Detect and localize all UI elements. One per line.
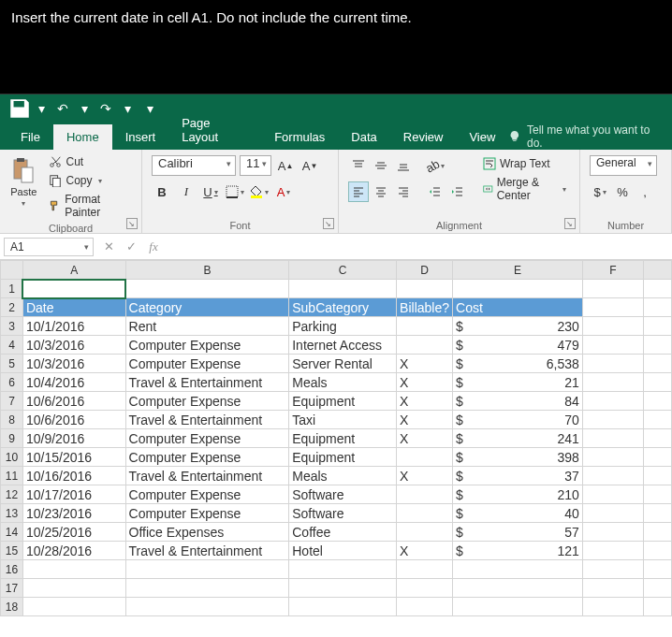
qat-more[interactable]: ▾ xyxy=(144,96,155,121)
cell-F12[interactable] xyxy=(582,485,643,504)
cell-D8[interactable]: X xyxy=(397,411,453,429)
redo-button[interactable]: ↷ xyxy=(94,96,118,121)
row-header-13[interactable]: 13 xyxy=(1,504,23,523)
cell-A8[interactable]: 10/6/2016 xyxy=(22,411,125,429)
cell-B5[interactable]: Computer Expense xyxy=(125,355,289,373)
tab-formulas[interactable]: Formulas xyxy=(261,124,338,150)
cell-D2[interactable]: Billable? xyxy=(397,298,453,317)
wrap-text-button[interactable]: Wrap Text xyxy=(479,155,570,172)
cancel-formula-button[interactable]: ✕ xyxy=(97,238,120,256)
row-header-11[interactable]: 11 xyxy=(1,467,23,485)
clipboard-launcher[interactable] xyxy=(126,218,138,229)
row-header-10[interactable]: 10 xyxy=(1,448,23,467)
row-header-6[interactable]: 6 xyxy=(1,373,23,392)
cell-B13[interactable]: Computer Expense xyxy=(125,504,289,523)
cell-F1[interactable] xyxy=(582,280,643,298)
italic-button[interactable]: I xyxy=(176,181,197,202)
increase-font-button[interactable]: A▲ xyxy=(275,155,296,176)
col-header-A[interactable]: A xyxy=(22,261,125,280)
col-header-E[interactable]: E xyxy=(453,261,583,280)
row-header-14[interactable]: 14 xyxy=(1,523,23,542)
cell-E5[interactable]: $6,538 xyxy=(453,355,583,373)
orientation-button[interactable]: ab xyxy=(425,155,446,176)
fill-color-button[interactable] xyxy=(249,181,270,202)
cell-F13[interactable] xyxy=(582,504,643,523)
name-box[interactable]: A1 xyxy=(4,238,94,256)
cell-B1[interactable] xyxy=(125,280,289,298)
tab-view[interactable]: View xyxy=(456,124,508,150)
align-left-button[interactable] xyxy=(348,181,369,202)
cell-C10[interactable]: Equipment xyxy=(289,448,397,467)
col-header-D[interactable]: D xyxy=(397,261,453,280)
redo-dropdown[interactable]: ▾ xyxy=(122,96,133,121)
cell-E15[interactable]: $121 xyxy=(453,542,583,560)
cell-C3[interactable]: Parking xyxy=(289,317,397,336)
cell-D1[interactable] xyxy=(397,280,453,298)
decrease-font-button[interactable]: A▼ xyxy=(299,155,320,176)
cell-A5[interactable]: 10/3/2016 xyxy=(22,355,125,373)
row-header-9[interactable]: 9 xyxy=(1,429,23,448)
cell-C5[interactable]: Server Rental xyxy=(289,355,397,373)
cell-B4[interactable]: Computer Expense xyxy=(125,336,289,355)
cell-A11[interactable]: 10/16/2016 xyxy=(22,467,125,485)
increase-indent-button[interactable] xyxy=(447,181,468,202)
tab-file[interactable]: File xyxy=(7,124,53,150)
cell-C11[interactable]: Meals xyxy=(289,467,397,485)
cell-F7[interactable] xyxy=(582,392,643,411)
worksheet-grid[interactable]: ABCDEF12DateCategorySubCategoryBillable?… xyxy=(0,260,672,616)
cell-A4[interactable]: 10/3/2016 xyxy=(22,336,125,355)
cell-B8[interactable]: Travel & Entertainment xyxy=(125,411,289,429)
cell-E11[interactable]: $37 xyxy=(453,467,583,485)
cell-F15[interactable] xyxy=(582,542,643,560)
row-header-2[interactable]: 2 xyxy=(1,298,23,317)
cell-E14[interactable]: $57 xyxy=(453,523,583,542)
cell-B3[interactable]: Rent xyxy=(125,317,289,336)
row-header-8[interactable]: 8 xyxy=(1,411,23,429)
cell-C1[interactable] xyxy=(289,280,397,298)
cell-F10[interactable] xyxy=(582,448,643,467)
row-header-15[interactable]: 15 xyxy=(1,542,23,560)
align-middle-button[interactable] xyxy=(371,155,391,176)
row-header-4[interactable]: 4 xyxy=(1,336,23,355)
tab-insert[interactable]: Insert xyxy=(112,124,169,150)
accounting-format-button[interactable]: $ xyxy=(590,181,610,202)
row-header-5[interactable]: 5 xyxy=(1,355,23,373)
number-format-select[interactable]: General xyxy=(590,155,657,176)
tab-review[interactable]: Review xyxy=(390,124,457,150)
cell-F4[interactable] xyxy=(582,336,643,355)
col-header-next[interactable] xyxy=(644,261,672,280)
enter-formula-button[interactable]: ✓ xyxy=(120,238,142,256)
cell-C12[interactable]: Software xyxy=(289,485,397,504)
cell-E3[interactable]: $230 xyxy=(453,317,583,336)
cell-B6[interactable]: Travel & Entertainment xyxy=(125,373,289,392)
borders-button[interactable] xyxy=(225,181,245,202)
row-header-16[interactable]: 16 xyxy=(1,560,23,579)
tab-data[interactable]: Data xyxy=(338,124,389,150)
percent-format-button[interactable]: % xyxy=(612,181,633,202)
cell-A14[interactable]: 10/25/2016 xyxy=(22,523,125,542)
cell-C9[interactable]: Equipment xyxy=(289,429,397,448)
cell-E7[interactable]: $84 xyxy=(453,392,583,411)
cell-E8[interactable]: $70 xyxy=(453,411,583,429)
cell-D10[interactable] xyxy=(397,448,453,467)
cell-C14[interactable]: Coffee xyxy=(289,523,397,542)
align-bottom-button[interactable] xyxy=(393,155,414,176)
col-header-C[interactable]: C xyxy=(289,261,397,280)
row-header-1[interactable]: 1 xyxy=(1,280,23,298)
cell-F9[interactable] xyxy=(582,429,643,448)
cell-A6[interactable]: 10/4/2016 xyxy=(22,373,125,392)
col-header-F[interactable]: F xyxy=(582,261,643,280)
comma-format-button[interactable]: , xyxy=(635,181,655,202)
undo-button[interactable]: ↶ xyxy=(51,96,75,121)
cell-B10[interactable]: Computer Expense xyxy=(125,448,289,467)
cell-D6[interactable]: X xyxy=(397,373,453,392)
cell-E2[interactable]: Cost xyxy=(453,298,583,317)
cell-C13[interactable]: Software xyxy=(289,504,397,523)
col-header-B[interactable]: B xyxy=(125,261,289,280)
cell-A3[interactable]: 10/1/2016 xyxy=(22,317,125,336)
font-name-select[interactable]: Calibri xyxy=(152,155,236,176)
cell-C2[interactable]: SubCategory xyxy=(289,298,397,317)
row-header-17[interactable]: 17 xyxy=(1,579,23,598)
cell-F8[interactable] xyxy=(582,411,643,429)
formula-input[interactable] xyxy=(165,238,672,256)
